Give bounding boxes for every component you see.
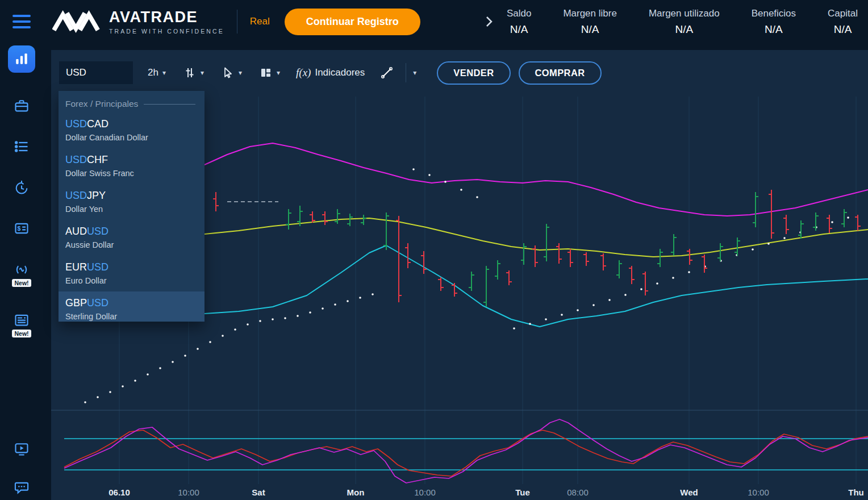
avatrade-logo-icon: [52, 10, 101, 34]
svg-text:Sat: Sat: [252, 488, 265, 497]
symbol-description: Euro Dollar: [65, 276, 195, 286]
signal-icon: [13, 261, 30, 277]
stat-label: Margen libre: [563, 8, 617, 19]
sidebar-item-transactions[interactable]: $: [14, 220, 30, 236]
account-mode-label: Real: [250, 16, 270, 27]
stat-saldo: SaldoN/A: [507, 8, 531, 36]
statement-icon: $: [14, 220, 30, 236]
stats-expand-button[interactable]: [485, 15, 493, 28]
layout-dropdown[interactable]: ▾: [259, 66, 280, 80]
symbol-name: AUDUSD: [65, 225, 195, 238]
symbol-list: USDCADDollar Canadian DollarUSDCHFDollar…: [59, 113, 205, 322]
stat-label: Beneficios: [752, 8, 796, 19]
chevron-down-icon: ▾: [162, 69, 166, 77]
svg-text:08:00: 08:00: [567, 488, 589, 497]
symbol-name: USDCAD: [65, 118, 195, 130]
menu-button[interactable]: [0, 15, 43, 28]
new-badge: New!: [12, 279, 31, 287]
symbol-dropdown: Forex / Principales USDCADDollar Canadia…: [59, 91, 205, 322]
dropdown-group-header: Forex / Principales: [59, 91, 205, 113]
history-icon: [14, 180, 30, 195]
symbol-description: Sterling Dollar: [65, 312, 195, 322]
brand-name: AVATRADE: [109, 9, 224, 26]
sell-button[interactable]: VENDER: [437, 61, 510, 85]
sidebar-item-signals[interactable]: New!: [12, 261, 31, 287]
chevron-down-icon: ▾: [239, 69, 242, 77]
chat-icon: [14, 480, 30, 495]
chevron-down-icon: ▾: [413, 69, 416, 77]
stat-value: N/A: [563, 23, 617, 36]
symbol-option-audusd[interactable]: AUDUSDAussie Dollar: [59, 220, 205, 256]
dropdown-group-label: Forex / Principales: [65, 99, 138, 109]
symbol-option-eurusd[interactable]: EURUSDEuro Dollar: [59, 256, 205, 291]
symbol-name: GBPUSD: [65, 297, 195, 309]
hamburger-menu-icon: [12, 15, 31, 28]
avatrade-webtrader: AVATRADE TRADE WITH CONFIDENCE Real Cont…: [0, 0, 868, 500]
trend-line-tool-button[interactable]: [379, 65, 394, 80]
sidebar-item-support-chat[interactable]: [14, 480, 30, 495]
svg-text:Tue: Tue: [515, 488, 530, 497]
sidebar-item-history[interactable]: [14, 180, 30, 195]
symbol-description: Dollar Yen: [65, 205, 195, 214]
svg-text:06.10: 06.10: [108, 488, 130, 497]
svg-text:10:00: 10:00: [178, 488, 199, 497]
symbol-option-usdcad[interactable]: USDCADDollar Canadian Dollar: [59, 113, 205, 148]
sliders-icon: [183, 66, 197, 80]
stat-label: Saldo: [507, 8, 531, 19]
symbol-option-usdjpy[interactable]: USDJPYDollar Yen: [59, 184, 205, 220]
sidebar-item-orders[interactable]: [14, 139, 30, 155]
brand-logo: AVATRADE TRADE WITH CONFIDENCE: [52, 9, 224, 35]
news-icon: [14, 312, 30, 328]
stat-value: N/A: [828, 23, 858, 36]
sidebar-nav: $New!New!: [0, 43, 43, 500]
symbol-option-gbpusd[interactable]: GBPUSDSterling Dollar: [59, 291, 205, 322]
sidebar-item-tutorials[interactable]: [14, 441, 30, 457]
svg-text:Wed: Wed: [680, 488, 698, 497]
chevron-down-icon: ▾: [277, 69, 280, 77]
stat-label: Capital: [828, 8, 858, 19]
timeframe-value: 2h: [148, 67, 158, 78]
chart-type-dropdown[interactable]: ▾: [183, 66, 204, 80]
fx-icon: f(x): [296, 66, 311, 79]
svg-text:$: $: [17, 225, 20, 232]
svg-text:Mon: Mon: [347, 488, 365, 497]
timeframe-select[interactable]: 2h ▾: [148, 67, 166, 78]
stat-label: Margen utilizado: [649, 8, 720, 19]
brand-tagline: TRADE WITH CONFIDENCE: [109, 28, 224, 35]
toolbar-divider: [406, 63, 406, 82]
stat-capital: CapitalN/A: [828, 8, 858, 36]
drawing-tools-dropdown[interactable]: ▾: [413, 69, 416, 77]
stat-value: N/A: [507, 23, 531, 36]
dropdown-group-divider: [144, 104, 195, 105]
cursor-icon: [221, 66, 235, 80]
sidebar-item-markets[interactable]: [8, 45, 35, 73]
buy-button[interactable]: COMPRAR: [519, 61, 602, 85]
continue-registration-button[interactable]: Continuar Registro: [285, 9, 420, 35]
chevron-right-icon: [485, 15, 493, 28]
symbol-name: USDJPY: [65, 189, 195, 202]
indicators-label: Indicadores: [315, 67, 365, 78]
chart-toolbar: 2h ▾ ▾ ▾: [51, 50, 868, 95]
sidebar-item-news[interactable]: New!: [12, 312, 31, 338]
symbol-search-input[interactable]: [59, 61, 133, 84]
sidebar-item-portfolio[interactable]: [14, 98, 30, 114]
indicators-button[interactable]: f(x) Indicadores: [296, 66, 365, 79]
stat-value: N/A: [752, 23, 796, 36]
symbol-description: Dollar Swiss Franc: [65, 169, 195, 178]
stat-margen-utilizado: Margen utilizadoN/A: [649, 8, 720, 36]
chevron-down-icon: ▾: [201, 69, 204, 77]
stat-margen-libre: Margen libreN/A: [563, 8, 617, 36]
symbol-description: Aussie Dollar: [65, 240, 195, 250]
trend-line-icon: [379, 65, 394, 80]
bar-chart-icon: [14, 52, 29, 66]
header-divider: [237, 10, 237, 34]
symbol-option-usdchf[interactable]: USDCHFDollar Swiss Franc: [59, 148, 205, 184]
svg-text:10:00: 10:00: [748, 488, 769, 497]
svg-text:10:00: 10:00: [414, 488, 436, 497]
cursor-tool-dropdown[interactable]: ▾: [221, 66, 242, 80]
account-stats: SaldoN/AMargen libreN/AMargen utilizadoN…: [507, 8, 858, 36]
symbol-name: EURUSD: [65, 261, 195, 273]
stat-beneficios: BeneficiosN/A: [752, 8, 796, 36]
video-icon: [14, 441, 30, 457]
svg-text:Thu: Thu: [848, 488, 864, 497]
